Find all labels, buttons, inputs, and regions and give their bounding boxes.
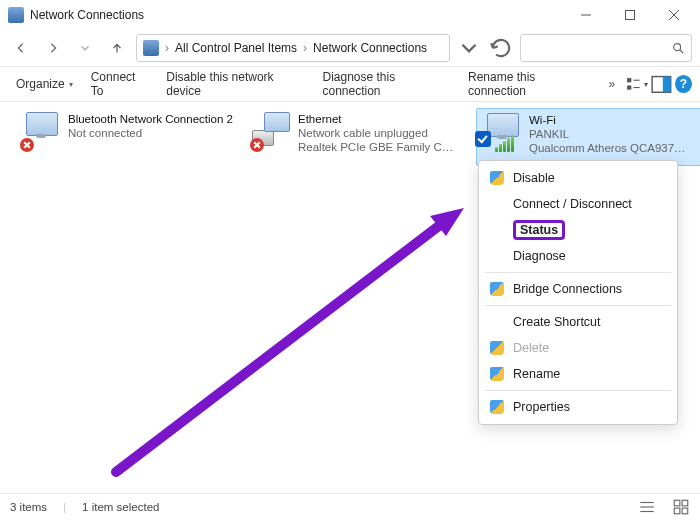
- status-bar: 3 items | 1 item selected: [0, 493, 700, 520]
- connection-item-bluetooth[interactable]: Bluetooth Network Connection 2 Not conne…: [16, 108, 242, 164]
- close-button[interactable]: [652, 0, 696, 30]
- connection-item-ethernet[interactable]: Ethernet Network cable unplugged Realtek…: [246, 108, 472, 164]
- back-button[interactable]: [8, 35, 34, 61]
- menu-status[interactable]: Status: [479, 217, 677, 243]
- bluetooth-adapter-icon: [20, 112, 62, 152]
- menu-create-shortcut[interactable]: Create Shortcut: [479, 309, 677, 335]
- connection-device: Qualcomm Atheros QCA9377 ...: [529, 141, 689, 155]
- svg-rect-1: [626, 11, 635, 20]
- menu-disable[interactable]: Disable: [479, 165, 677, 191]
- menu-properties[interactable]: Properties: [479, 394, 677, 420]
- chevron-right-icon: ›: [303, 41, 307, 55]
- svg-rect-7: [627, 85, 631, 89]
- minimize-button[interactable]: [564, 0, 608, 30]
- menu-separator: [485, 305, 671, 306]
- command-bar: Organize▾ Connect To Disable this networ…: [0, 66, 700, 102]
- wifi-adapter-icon: [481, 113, 523, 153]
- menu-diagnose[interactable]: Diagnose: [479, 243, 677, 269]
- menu-separator: [485, 272, 671, 273]
- breadcrumb-item[interactable]: Network Connections: [313, 41, 427, 55]
- shield-icon: [489, 340, 505, 356]
- app-icon: [8, 7, 24, 23]
- organize-button[interactable]: Organize▾: [8, 73, 81, 95]
- connection-name: Bluetooth Network Connection 2: [68, 112, 233, 126]
- item-count: 3 items: [10, 501, 47, 513]
- connect-to-button[interactable]: Connect To: [83, 66, 157, 102]
- breadcrumb-item[interactable]: All Control Panel Items: [175, 41, 297, 55]
- large-icons-view-button[interactable]: [672, 498, 690, 516]
- ethernet-adapter-icon: [250, 112, 292, 152]
- svg-rect-18: [682, 500, 688, 506]
- up-button[interactable]: [104, 35, 130, 61]
- context-menu: Disable Connect / Disconnect Status Diag…: [478, 160, 678, 425]
- menu-rename[interactable]: Rename: [479, 361, 677, 387]
- search-icon: [671, 41, 685, 55]
- window-title: Network Connections: [30, 8, 564, 22]
- rename-connection-button[interactable]: Rename this connection: [460, 66, 598, 102]
- menu-bridge-connections[interactable]: Bridge Connections: [479, 276, 677, 302]
- title-bar: Network Connections: [0, 0, 700, 30]
- connection-item-wifi[interactable]: Wi-Fi PANKIL Qualcomm Atheros QCA9377 ..…: [476, 108, 700, 166]
- menu-separator: [485, 390, 671, 391]
- location-icon: [143, 40, 159, 56]
- recent-button[interactable]: [72, 35, 98, 61]
- diagnose-button[interactable]: Diagnose this connection: [315, 66, 459, 102]
- content-area: Bluetooth Network Connection 2 Not conne…: [0, 102, 700, 496]
- view-options-button[interactable]: ▾: [625, 72, 648, 96]
- help-button[interactable]: ?: [675, 75, 692, 93]
- connection-status: PANKIL: [529, 127, 689, 141]
- disable-device-button[interactable]: Disable this network device: [158, 66, 312, 102]
- connection-device: Realtek PCIe GBE Family Contr...: [298, 140, 458, 154]
- search-input[interactable]: [520, 34, 692, 62]
- connection-name: Ethernet: [298, 112, 458, 126]
- svg-marker-13: [430, 208, 464, 236]
- menu-connect-disconnect[interactable]: Connect / Disconnect: [479, 191, 677, 217]
- annotation-arrow: [86, 182, 478, 484]
- nav-bar: › All Control Panel Items › Network Conn…: [0, 30, 700, 66]
- svg-point-4: [674, 44, 681, 51]
- preview-pane-button[interactable]: [650, 72, 673, 96]
- selection-count: 1 item selected: [82, 501, 159, 513]
- shield-icon: [489, 170, 505, 186]
- shield-icon: [489, 399, 505, 415]
- overflow-button[interactable]: »: [600, 72, 623, 96]
- svg-rect-19: [674, 508, 680, 514]
- connection-status: Network cable unplugged: [298, 126, 458, 140]
- shield-icon: [489, 366, 505, 382]
- address-dropdown-button[interactable]: [456, 35, 482, 61]
- address-bar[interactable]: › All Control Panel Items › Network Conn…: [136, 34, 450, 62]
- details-view-button[interactable]: [638, 498, 656, 516]
- chevron-right-icon: ›: [165, 41, 169, 55]
- menu-delete: Delete: [479, 335, 677, 361]
- connection-status: Not connected: [68, 126, 233, 140]
- forward-button[interactable]: [40, 35, 66, 61]
- refresh-button[interactable]: [488, 35, 514, 61]
- svg-line-5: [680, 50, 684, 54]
- shield-icon: [489, 281, 505, 297]
- svg-rect-17: [674, 500, 680, 506]
- connection-name: Wi-Fi: [529, 113, 689, 127]
- svg-rect-20: [682, 508, 688, 514]
- maximize-button[interactable]: [608, 0, 652, 30]
- svg-rect-6: [627, 78, 631, 82]
- svg-rect-11: [663, 76, 671, 92]
- svg-line-12: [116, 222, 444, 472]
